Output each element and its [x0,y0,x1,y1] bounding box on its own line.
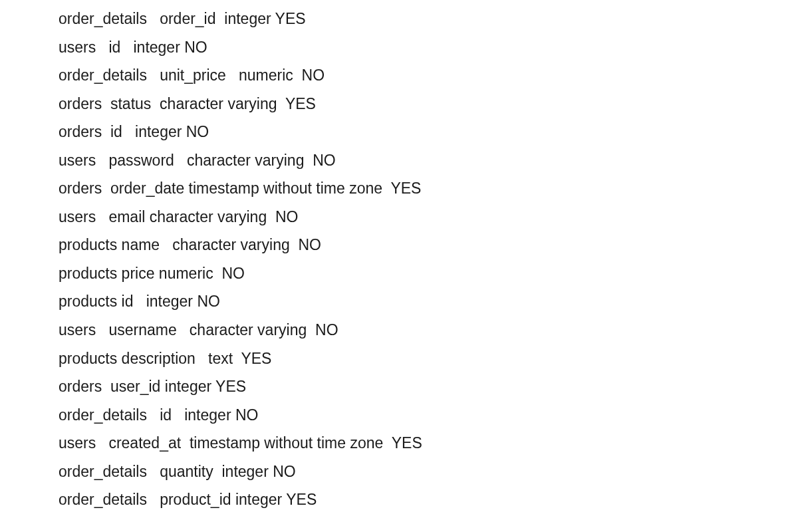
schema-row: order_details order_id integer YES [59,5,739,33]
schema-row: orders user_id integer YES [59,372,739,401]
schema-row: order_details quantity integer NO [59,458,739,486]
schema-row: products name character varying NO [59,231,739,259]
schema-row: order_details product_id integer YES [59,485,739,514]
schema-row: users password character varying NO [59,146,739,175]
schema-row: orders id integer NO [59,118,739,146]
schema-row: users email character varying NO [59,203,739,231]
schema-row: users created_at timestamp without time … [59,429,739,458]
schema-row: orders status character varying YES [59,90,739,118]
partial-cutoff-line: Give me the all products corresponding s… [59,0,739,5]
schema-row: products description text YES [59,344,739,373]
schema-row: orders order_date timestamp without time… [59,174,739,203]
partial-cutoff-text: Give me the all products corresponding s… [59,0,596,5]
schema-row: users username character varying NO [59,316,739,344]
document-body: Give me the all products corresponding s… [0,0,798,527]
schema-row: products price numeric NO [59,259,739,288]
schema-row: order_details unit_price numeric NO [59,61,739,90]
schema-row: order_details id integer NO [59,401,739,430]
schema-row: users id integer NO [59,33,739,62]
schema-row: products id integer NO [59,287,739,316]
